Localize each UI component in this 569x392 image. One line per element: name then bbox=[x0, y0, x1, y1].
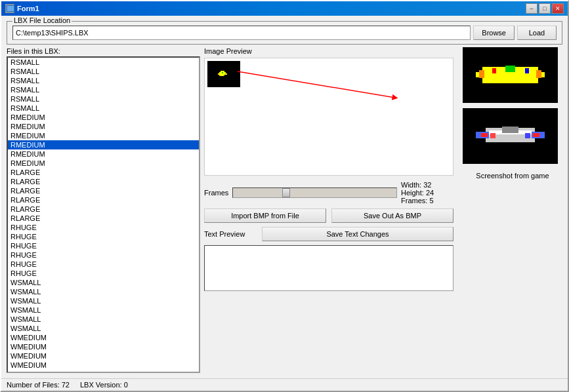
text-input[interactable] bbox=[205, 246, 453, 290]
action-buttons-row: Import BMP from File Save Out As BMP bbox=[204, 208, 453, 223]
list-item[interactable]: RLARGE bbox=[8, 214, 199, 223]
text-preview-label: Text Preview bbox=[204, 230, 257, 238]
title-controls: – □ ✕ bbox=[526, 3, 564, 14]
list-item[interactable]: RMEDIUM bbox=[8, 113, 199, 122]
list-item[interactable]: RHUGE bbox=[8, 260, 199, 269]
file-listbox[interactable]: RSMALLRSMALLRSMALLRSMALLRSMALLRSMALLRMED… bbox=[7, 56, 200, 373]
status-bar: Number of Files: 72 LBX Version: 0 bbox=[1, 378, 568, 391]
text-preview-row: Text Preview Save Text Changes bbox=[204, 227, 453, 241]
text-area[interactable] bbox=[204, 245, 453, 291]
list-item[interactable]: WSMALL bbox=[8, 296, 199, 305]
file-location-label: LBX File Location bbox=[12, 16, 72, 24]
list-item[interactable]: RMEDIUM bbox=[8, 140, 199, 149]
minimize-button[interactable]: – bbox=[526, 3, 537, 14]
list-item[interactable]: RLARGE bbox=[8, 186, 199, 195]
preview-thumbnail bbox=[207, 61, 240, 87]
list-item[interactable]: RMEDIUM bbox=[8, 122, 199, 131]
image-preview-box bbox=[204, 58, 453, 176]
svg-rect-1 bbox=[7, 6, 14, 11]
frames-label: Frames bbox=[204, 189, 228, 197]
list-item[interactable]: RSMALL bbox=[8, 85, 199, 94]
list-item[interactable]: RLARGE bbox=[8, 177, 199, 186]
list-item[interactable]: WSMALL bbox=[8, 324, 199, 333]
info-block: Width: 32 Height: 24 Frames: 5 bbox=[401, 181, 453, 205]
list-item[interactable]: WSMALL bbox=[8, 315, 199, 324]
list-item[interactable]: RHUGE bbox=[8, 250, 199, 260]
maximize-button[interactable]: □ bbox=[539, 3, 551, 14]
left-panel: Files in this LBX: RSMALLRSMALLRSMALLRSM… bbox=[7, 47, 200, 373]
content-area: LBX File Location Browse Load Files in t… bbox=[1, 16, 568, 378]
list-item[interactable]: RMEDIUM bbox=[8, 131, 199, 140]
file-location-row: Browse Load bbox=[12, 26, 557, 40]
arrow-overlay bbox=[205, 58, 453, 175]
list-item[interactable]: RLARGE bbox=[8, 195, 199, 205]
svg-line-2 bbox=[238, 71, 395, 98]
title-bar: Form1 – □ ✕ bbox=[1, 1, 568, 16]
title-bar-left: Form1 bbox=[5, 4, 39, 13]
ship-canvas-1 bbox=[463, 47, 558, 103]
list-item[interactable]: WSMALL bbox=[8, 287, 199, 296]
image-preview-label: Image Preview bbox=[204, 47, 453, 55]
list-item[interactable]: RSMALL bbox=[8, 58, 199, 67]
save-bmp-button[interactable]: Save Out As BMP bbox=[331, 208, 453, 223]
main-window: Form1 – □ ✕ LBX File Location Browse Loa… bbox=[0, 0, 569, 392]
browse-button[interactable]: Browse bbox=[473, 26, 515, 40]
list-item[interactable]: WMEDIUM bbox=[8, 361, 199, 370]
list-item[interactable]: RSMALL bbox=[8, 94, 199, 104]
game-screenshot-bottom bbox=[463, 108, 558, 164]
list-item[interactable]: WMEDIUM bbox=[8, 342, 199, 351]
right-panel: Image Preview bbox=[204, 47, 453, 373]
list-item[interactable]: RSMALL bbox=[8, 76, 199, 85]
list-item[interactable]: WMEDIUM bbox=[8, 351, 199, 361]
width-info: Width: 32 bbox=[401, 181, 453, 189]
frames-slider[interactable] bbox=[232, 187, 397, 198]
list-item[interactable]: RHUGE bbox=[8, 232, 199, 241]
main-area: Files in this LBX: RSMALLRSMALLRSMALLRSM… bbox=[7, 47, 562, 373]
height-info: Height: 24 bbox=[401, 189, 453, 197]
save-text-button[interactable]: Save Text Changes bbox=[262, 227, 453, 241]
list-item[interactable]: WSMALL bbox=[8, 278, 199, 287]
num-files-status: Number of Files: 72 bbox=[7, 381, 70, 389]
frames-row: Frames Width: 32 Height: 24 Frames: 5 bbox=[204, 181, 453, 205]
ship-canvas-2 bbox=[463, 108, 558, 164]
frames-info: Frames: 5 bbox=[401, 197, 453, 205]
list-item[interactable]: WSMALL bbox=[8, 305, 199, 315]
list-item[interactable]: RMEDIUM bbox=[8, 149, 199, 159]
list-item[interactable]: RHUGE bbox=[8, 223, 199, 232]
ship-preview-canvas bbox=[207, 61, 240, 87]
list-item[interactable]: RSMALL bbox=[8, 67, 199, 76]
files-list-label: Files in this LBX: bbox=[7, 47, 200, 55]
list-item[interactable]: RSMALL bbox=[8, 104, 199, 113]
list-item[interactable]: RLARGE bbox=[8, 168, 199, 177]
lbx-version-status: LBX Version: 0 bbox=[80, 381, 128, 389]
file-path-input[interactable] bbox=[12, 26, 471, 40]
load-button[interactable]: Load bbox=[517, 26, 557, 40]
file-location-group: LBX File Location Browse Load bbox=[7, 21, 562, 45]
list-item[interactable]: RLARGE bbox=[8, 205, 199, 214]
list-item[interactable]: RHUGE bbox=[8, 241, 199, 250]
window-title: Form1 bbox=[17, 5, 39, 12]
list-item[interactable]: RMEDIUM bbox=[8, 159, 199, 168]
import-bmp-button[interactable]: Import BMP from File bbox=[204, 208, 326, 223]
list-item[interactable]: RHUGE bbox=[8, 269, 199, 278]
list-item[interactable]: WMEDIUM bbox=[8, 333, 199, 342]
game-screenshot-top bbox=[463, 47, 558, 103]
form-icon bbox=[5, 4, 14, 13]
screenshot-label: Screenshot from game bbox=[463, 172, 562, 180]
close-button[interactable]: ✕ bbox=[552, 3, 564, 14]
side-screenshots-panel: Screenshot from game bbox=[457, 47, 562, 373]
slider-thumb bbox=[282, 188, 290, 197]
